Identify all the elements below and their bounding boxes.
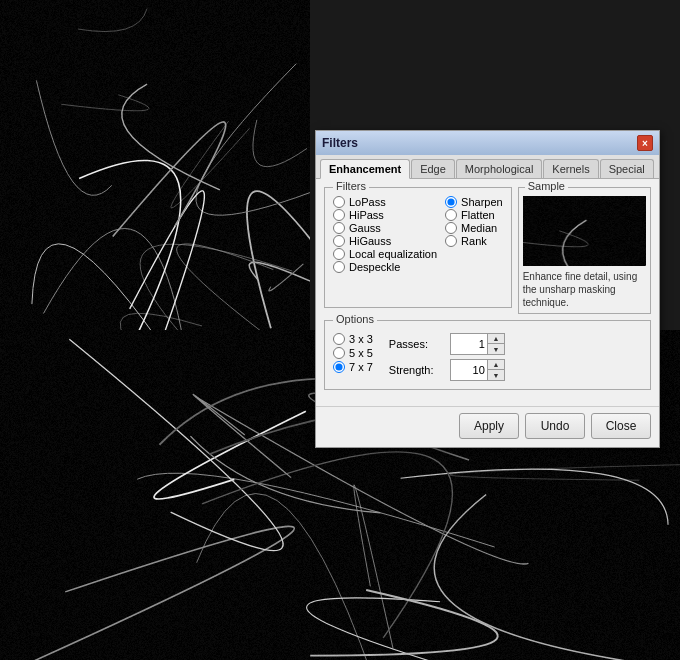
radio-rank[interactable] bbox=[445, 235, 457, 247]
options-section-label: Options bbox=[333, 313, 377, 325]
background-image-top bbox=[0, 0, 310, 330]
size-col: 3 x 3 5 x 5 7 x 7 bbox=[333, 333, 373, 373]
tab-enhancement[interactable]: Enhancement bbox=[320, 159, 410, 179]
strength-label: Strength: bbox=[389, 364, 444, 376]
filters-columns: LoPass HiPass Gauss HiGauss bbox=[333, 196, 503, 273]
size-7x7[interactable]: 7 x 7 bbox=[333, 361, 373, 373]
filter-rank[interactable]: Rank bbox=[445, 235, 503, 247]
strength-up-button[interactable]: ▲ bbox=[488, 360, 504, 370]
label-despeckle: Despeckle bbox=[349, 261, 400, 273]
strength-spinner: ▲ ▼ bbox=[450, 359, 505, 381]
tab-special[interactable]: Special bbox=[600, 159, 654, 178]
filter-despeckle[interactable]: Despeckle bbox=[333, 261, 437, 273]
radio-gauss[interactable] bbox=[333, 222, 345, 234]
passes-spinner: ▲ ▼ bbox=[450, 333, 505, 355]
radio-3x3[interactable] bbox=[333, 333, 345, 345]
label-local-eq: Local equalization bbox=[349, 248, 437, 260]
passes-label: Passes: bbox=[389, 338, 444, 350]
tab-edge[interactable]: Edge bbox=[411, 159, 455, 178]
label-hipass: HiPass bbox=[349, 209, 384, 221]
dialog-content: Filters LoPass HiPass bbox=[316, 179, 659, 406]
radio-higauss[interactable] bbox=[333, 235, 345, 247]
top-row: Filters LoPass HiPass bbox=[324, 187, 651, 314]
passes-up-button[interactable]: ▲ bbox=[488, 334, 504, 344]
dialog-title: Filters bbox=[322, 136, 358, 150]
label-7x7: 7 x 7 bbox=[349, 361, 373, 373]
size-3x3[interactable]: 3 x 3 bbox=[333, 333, 373, 345]
filter-gauss[interactable]: Gauss bbox=[333, 222, 437, 234]
filters-section-label: Filters bbox=[333, 180, 369, 192]
options-section: Options 3 x 3 5 x 5 7 x 7 bbox=[324, 320, 651, 390]
label-5x5: 5 x 5 bbox=[349, 347, 373, 359]
radio-median[interactable] bbox=[445, 222, 457, 234]
strength-input[interactable] bbox=[451, 360, 487, 380]
radio-flatten[interactable] bbox=[445, 209, 457, 221]
filter-median[interactable]: Median bbox=[445, 222, 503, 234]
close-button[interactable]: Close bbox=[591, 413, 651, 439]
params-col: Passes: ▲ ▼ Strength: bbox=[389, 333, 505, 381]
dialog-buttons: Apply Undo Close bbox=[316, 406, 659, 447]
tab-morphological[interactable]: Morphological bbox=[456, 159, 542, 178]
label-median: Median bbox=[461, 222, 497, 234]
label-sharpen: Sharpen bbox=[461, 196, 503, 208]
filter-col-2: Sharpen Flatten Median Rank bbox=[445, 196, 503, 273]
strength-down-button[interactable]: ▼ bbox=[488, 370, 504, 380]
radio-hipass[interactable] bbox=[333, 209, 345, 221]
label-flatten: Flatten bbox=[461, 209, 495, 221]
label-higauss: HiGauss bbox=[349, 235, 391, 247]
undo-button[interactable]: Undo bbox=[525, 413, 585, 439]
strength-row: Strength: ▲ ▼ bbox=[389, 359, 505, 381]
passes-input[interactable] bbox=[451, 334, 487, 354]
filter-col-1: LoPass HiPass Gauss HiGauss bbox=[333, 196, 437, 273]
passes-spinner-btns: ▲ ▼ bbox=[487, 334, 504, 354]
sample-section: Sample Enhance fine detail, using the un… bbox=[518, 187, 651, 314]
label-lopass: LoPass bbox=[349, 196, 386, 208]
radio-local-eq[interactable] bbox=[333, 248, 345, 260]
filter-flatten[interactable]: Flatten bbox=[445, 209, 503, 221]
filter-local-eq[interactable]: Local equalization bbox=[333, 248, 437, 260]
label-rank: Rank bbox=[461, 235, 487, 247]
radio-sharpen[interactable] bbox=[445, 196, 457, 208]
radio-7x7[interactable] bbox=[333, 361, 345, 373]
filters-section: Filters LoPass HiPass bbox=[324, 187, 512, 308]
label-gauss: Gauss bbox=[349, 222, 381, 234]
passes-down-button[interactable]: ▼ bbox=[488, 344, 504, 354]
filter-higauss[interactable]: HiGauss bbox=[333, 235, 437, 247]
filter-lopass[interactable]: LoPass bbox=[333, 196, 437, 208]
apply-button[interactable]: Apply bbox=[459, 413, 519, 439]
strength-spinner-btns: ▲ ▼ bbox=[487, 360, 504, 380]
dialog-titlebar: Filters × bbox=[316, 131, 659, 155]
size-5x5[interactable]: 5 x 5 bbox=[333, 347, 373, 359]
sample-section-label: Sample bbox=[525, 180, 568, 192]
tabs-bar: Enhancement Edge Morphological Kernels S… bbox=[316, 155, 659, 179]
radio-despeckle[interactable] bbox=[333, 261, 345, 273]
passes-row: Passes: ▲ ▼ bbox=[389, 333, 505, 355]
close-icon[interactable]: × bbox=[637, 135, 653, 151]
sample-preview bbox=[523, 196, 646, 266]
filter-hipass[interactable]: HiPass bbox=[333, 209, 437, 221]
tab-kernels[interactable]: Kernels bbox=[543, 159, 598, 178]
radio-lopass[interactable] bbox=[333, 196, 345, 208]
label-3x3: 3 x 3 bbox=[349, 333, 373, 345]
filters-dialog: Filters × Enhancement Edge Morphological… bbox=[315, 130, 660, 448]
options-inner: 3 x 3 5 x 5 7 x 7 Passes: bbox=[333, 333, 642, 381]
sample-description: Enhance fine detail, using the unsharp m… bbox=[523, 270, 646, 309]
filter-sharpen[interactable]: Sharpen bbox=[445, 196, 503, 208]
radio-5x5[interactable] bbox=[333, 347, 345, 359]
